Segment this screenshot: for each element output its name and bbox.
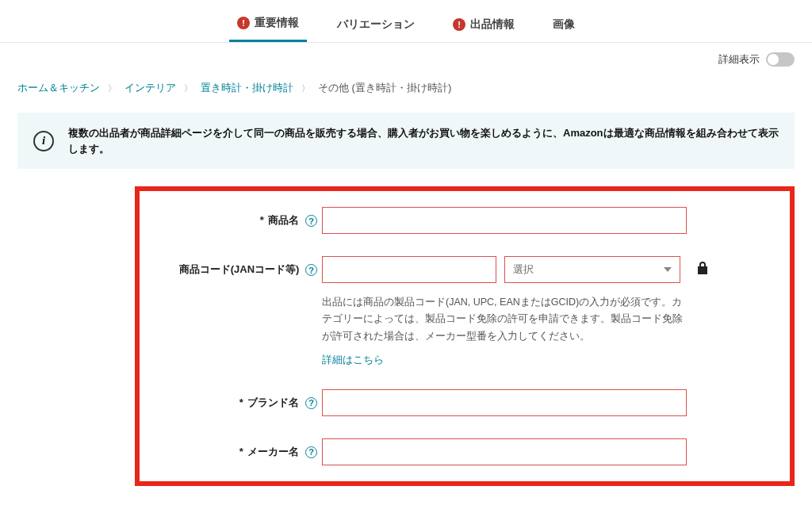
product-name-input[interactable]: [322, 207, 687, 234]
chevron-right-icon: 〉: [184, 82, 193, 94]
required-marker: *: [239, 396, 243, 408]
form-row-brand-name: * ブランド名 ?: [147, 389, 766, 416]
detail-toggle-row: 詳細表示: [0, 43, 812, 71]
detail-toggle-label: 詳細表示: [718, 52, 760, 67]
breadcrumb-link[interactable]: 置き時計・掛け時計: [201, 81, 293, 95]
help-icon[interactable]: ?: [305, 397, 317, 409]
product-code-input[interactable]: [322, 256, 496, 283]
help-icon[interactable]: ?: [305, 264, 317, 276]
alert-icon: !: [237, 17, 250, 29]
product-code-more-link[interactable]: 詳細はこちら: [322, 353, 384, 367]
form-row-product-code: 商品コード(JANコード等) ? 選択 出品には商品の製品コード(JAN, UP…: [147, 256, 766, 367]
tab-label: 画像: [553, 17, 575, 32]
form-highlight-area: * 商品名 ? 商品コード(JANコード等) ? 選択 出品には: [135, 186, 795, 486]
required-marker: *: [260, 214, 264, 226]
tab-important-info[interactable]: ! 重要情報: [229, 10, 307, 42]
tabs-bar: ! 重要情報 バリエーション ! 出品情報 画像: [0, 0, 812, 43]
form-row-maker-name: * メーカー名 ?: [147, 438, 766, 465]
help-icon[interactable]: ?: [305, 446, 317, 458]
detail-toggle-switch[interactable]: [766, 52, 795, 67]
label-maker-name: * メーカー名 ?: [147, 438, 322, 459]
chevron-right-icon: 〉: [108, 82, 117, 94]
chevron-down-icon: [664, 267, 672, 272]
breadcrumb: ホーム＆キッチン 〉 インテリア 〉 置き時計・掛け時計 〉 その他 (置き時計…: [0, 71, 812, 105]
chevron-right-icon: 〉: [301, 82, 310, 94]
alert-icon: !: [453, 18, 465, 31]
select-placeholder: 選択: [513, 262, 534, 277]
tab-images[interactable]: 画像: [545, 11, 583, 41]
tab-label: バリエーション: [337, 17, 415, 32]
label-brand-name: * ブランド名 ?: [147, 389, 322, 410]
label-product-code: 商品コード(JANコード等) ?: [147, 256, 322, 277]
info-banner: i 複数の出品者が商品詳細ページを介して同一の商品を販売する場合、購入者がお買い…: [17, 113, 795, 169]
tab-label: 重要情報: [255, 16, 299, 30]
help-icon[interactable]: ?: [305, 215, 317, 227]
product-code-hint: 出品には商品の製品コード(JAN, UPC, EANまたはGCID)の入力が必須…: [322, 294, 687, 345]
breadcrumb-link[interactable]: インテリア: [124, 81, 176, 95]
label-product-name: * 商品名 ?: [147, 207, 322, 228]
brand-name-input[interactable]: [322, 389, 687, 416]
breadcrumb-current: その他 (置き時計・掛け時計): [318, 81, 451, 95]
product-code-type-select[interactable]: 選択: [504, 256, 680, 283]
tab-listing-info[interactable]: ! 出品情報: [445, 11, 523, 41]
form-row-product-name: * 商品名 ?: [147, 207, 766, 234]
required-marker: *: [239, 446, 243, 457]
breadcrumb-link[interactable]: ホーム＆キッチン: [17, 81, 100, 95]
info-text: 複数の出品者が商品詳細ページを介して同一の商品を販売する場合、購入者がお買い物を…: [68, 125, 779, 156]
tab-variation[interactable]: バリエーション: [329, 11, 423, 41]
maker-name-input[interactable]: [322, 438, 687, 465]
tab-label: 出品情報: [470, 17, 515, 32]
info-icon: i: [33, 131, 54, 151]
lock-icon: [696, 261, 709, 279]
